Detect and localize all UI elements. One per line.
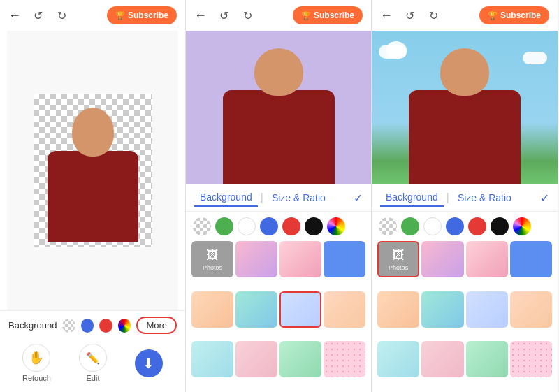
back-button[interactable]: ← [8,8,21,23]
swatch-transparent-2[interactable] [193,217,211,235]
download-tool[interactable]: ⬇ [135,349,163,377]
bg-item-cyan-2[interactable] [191,341,233,377]
bottom-toolbar: Background More ✋ Retouch ✏️ Edit ⬇ [0,310,185,392]
subscribe-button[interactable]: Subscribe [107,6,177,24]
subscribe-button-3[interactable]: Subscribe [479,6,549,24]
bg-item-dots-3[interactable] [510,341,552,377]
swatch-black-2[interactable] [305,217,323,235]
photos-tile-2[interactable]: 🖼 Photos [191,241,233,277]
redo-button-3[interactable]: ↻ [423,6,443,25]
photo-frame [34,94,152,247]
tab-background-3[interactable]: Background [380,189,444,207]
panel-3: ← ↺ ↻ Subscribe Background [372,0,558,392]
edit-label: Edit [87,374,100,382]
panel-2-content: Background | Size & Ratio ✓ 🖼 Photos [186,31,371,392]
bg-item-pink-light-3[interactable] [466,241,508,277]
more-button[interactable]: More [136,317,177,334]
photos-icon-3: 🖼 [392,248,405,263]
bg-item-green-2[interactable] [280,341,321,377]
retouch-tool[interactable]: ✋ Retouch [22,344,51,382]
redo-button-2[interactable]: ↻ [238,6,257,25]
retouch-label: Retouch [22,374,51,382]
bg-panel-tabs-2: Background | Size & Ratio ✓ [186,184,371,212]
header-left-3: ← ↺ ↻ [380,6,443,25]
undo-button-2[interactable]: ↺ [214,6,233,25]
download-icon: ⬇ [135,349,163,377]
red-swatch[interactable] [99,319,112,333]
bg-item-cyan-3[interactable] [377,341,419,377]
panel-1-header: ← ↺ ↻ Subscribe [0,0,185,31]
swatch-white-3[interactable] [423,217,442,235]
bg-item-peach-2[interactable] [191,291,233,328]
tab-check-3[interactable]: ✓ [540,191,549,205]
bg-item-blue-solid-3[interactable] [510,241,552,277]
bg-item-blue-solid-2[interactable] [324,241,365,277]
bg-item-pink3-3[interactable] [421,341,463,377]
photos-icon-2: 🖼 [206,248,219,263]
subscribe-button-2[interactable]: Subscribe [293,6,363,24]
bg-item-pink-light-2[interactable] [280,241,321,277]
swatch-transparent-3[interactable] [379,217,397,235]
tab-background-2[interactable]: Background [194,189,258,207]
swatch-red-3[interactable] [468,217,486,235]
redo-button[interactable]: ↻ [52,6,71,25]
panel-2-header: ← ↺ ↻ Subscribe [186,0,371,31]
swatch-green-2[interactable] [215,217,233,235]
photos-label-2: Photos [203,264,222,271]
tab-divider-3: | [447,191,449,204]
bg-row: Background More [8,317,177,334]
bg-item-pink-purple-2[interactable] [235,241,277,277]
panel-3-content: Background | Size & Ratio ✓ 🖼 Photos [372,31,558,392]
canvas-area [7,31,178,310]
undo-button[interactable]: ↺ [28,6,48,25]
color-swatches-3 [372,212,558,238]
edit-tool[interactable]: ✏️ Edit [79,344,107,382]
preview-area-2 [186,31,371,184]
header-left-2: ← ↺ ↻ [194,6,257,25]
bg-item-lavender-selected-2[interactable] [280,291,321,328]
swatch-rainbow-2[interactable] [327,217,345,235]
header-left: ← ↺ ↻ [8,6,71,25]
undo-redo-group: ↺ ↻ [28,6,71,25]
tab-size-ratio-3[interactable]: Size & Ratio [452,189,517,206]
edit-icon: ✏️ [79,344,107,372]
preview-person-3 [372,31,558,184]
back-button-2[interactable]: ← [194,8,207,23]
swatch-blue-2[interactable] [260,217,278,235]
tool-row: ✋ Retouch ✏️ Edit ⬇ [8,341,177,386]
swatch-green-3[interactable] [401,217,419,235]
bg-item-mint-2[interactable] [235,291,277,328]
swatch-black-3[interactable] [491,217,509,235]
rainbow-swatch[interactable] [118,319,131,333]
swatch-red-2[interactable] [282,217,300,235]
bg-item-green-3[interactable] [466,341,508,377]
preview-person-2 [186,31,371,184]
bg-item-pink-purple-3[interactable] [421,241,463,277]
tab-check-2[interactable]: ✓ [354,191,363,205]
bg-item-dots-2[interactable] [324,341,365,377]
back-button-3[interactable]: ← [380,8,393,23]
bg-label: Background [8,320,57,331]
bg-grid-2: 🖼 Photos [186,238,371,392]
panel-3-header: ← ↺ ↻ Subscribe [372,0,558,31]
photos-tile-3[interactable]: 🖼 Photos [377,241,419,277]
undo-button-3[interactable]: ↺ [400,6,419,25]
bg-item-pink3-2[interactable] [235,341,277,377]
bg-item-peach2-3[interactable] [510,291,552,328]
bg-item-lavender-3[interactable] [466,291,508,328]
undo-redo-group-2: ↺ ↻ [214,6,257,25]
photos-label-3: Photos [389,264,408,271]
bg-item-peach-3[interactable] [377,291,419,328]
transparent-swatch[interactable] [62,319,75,333]
tab-size-ratio-2[interactable]: Size & Ratio [266,189,331,206]
blue-swatch[interactable] [81,319,94,333]
panel-2: ← ↺ ↻ Subscribe Background | Size & Rati… [186,0,372,392]
tab-divider-2: | [261,191,263,204]
bg-item-peach2-2[interactable] [324,291,365,328]
preview-area-3 [372,31,558,184]
panel-1: ← ↺ ↻ Subscribe Background More [0,0,186,392]
swatch-white-2[interactable] [238,217,256,235]
bg-item-mint-3[interactable] [421,291,463,328]
swatch-blue-3[interactable] [446,217,464,235]
swatch-rainbow-3[interactable] [513,217,531,235]
